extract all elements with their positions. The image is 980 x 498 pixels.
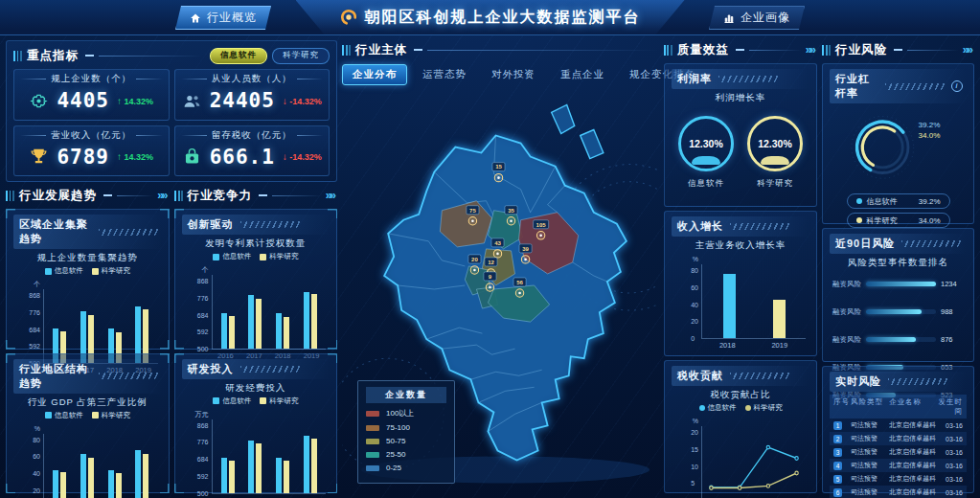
row-index-badge: 5 xyxy=(833,475,842,484)
data-point[interactable] xyxy=(766,485,769,488)
y-axis: %806040200 xyxy=(17,424,40,498)
chart-legend: 信息软件科学研究 xyxy=(13,266,162,276)
chart-title: 税收贡献占比 xyxy=(672,389,809,401)
leverage-value-sci: 34.0% xyxy=(918,131,940,140)
y-tick: 776 xyxy=(197,439,209,445)
y-axis: 个868776684592500 xyxy=(186,265,209,360)
risk-type-cell: 司法预警 xyxy=(851,420,889,430)
y-tick: 60 xyxy=(33,453,40,460)
section-title: 行业竞争力 xyxy=(188,188,253,204)
table-row: 6 司法预警 北京启信卓越科技有限公司 03-16 xyxy=(830,486,967,498)
more-arrows-icon[interactable]: »» xyxy=(157,189,169,202)
more-arrows-icon[interactable]: »» xyxy=(963,43,974,57)
nav-industry-overview[interactable]: 行业概览 xyxy=(175,6,271,30)
hatch-decoration xyxy=(885,83,945,90)
legend-dot xyxy=(856,198,862,204)
map-legend-item: 50-75 xyxy=(366,437,446,445)
section-title: 行业发展趋势 xyxy=(19,188,97,204)
bar-group xyxy=(221,419,235,493)
bar-chart: 个868776684592500 2016201720182019 xyxy=(182,265,330,360)
more-arrows-icon[interactable]: »» xyxy=(326,189,337,202)
bar xyxy=(80,454,86,498)
axis-unit: % xyxy=(693,255,698,264)
bar xyxy=(221,458,227,493)
bar xyxy=(311,294,317,349)
data-point[interactable] xyxy=(795,457,798,461)
home-icon xyxy=(190,12,201,24)
map-legend-items: 100以上75-10050-7525-500-25 xyxy=(366,408,446,472)
bar xyxy=(256,299,262,349)
company-cell: 北京启信卓越科技有限公司 xyxy=(889,447,936,457)
legend-item[interactable]: 信息软件 xyxy=(45,266,83,276)
row-index-badge: 4 xyxy=(833,462,842,470)
tab-0[interactable]: 企业分布 xyxy=(342,64,407,85)
kpi-change: ↓ -14.32% xyxy=(283,96,322,106)
orange-ring-logo-icon xyxy=(340,9,357,26)
kpi-card-title: 规上企业数（个） xyxy=(20,73,163,85)
bar xyxy=(88,458,94,498)
section-line xyxy=(907,50,959,51)
risk-type-cell: 司法预警 xyxy=(851,461,889,470)
hatch-decoration xyxy=(99,373,158,379)
axis-unit: 个 xyxy=(34,280,40,289)
filter-tag[interactable]: 信息软件 xyxy=(210,48,267,64)
map-fragment[interactable] xyxy=(552,104,575,133)
legend-item[interactable]: 科学研究 xyxy=(92,411,130,420)
plot-area xyxy=(212,275,327,350)
chart-title: 发明专利累计授权数量 xyxy=(182,238,330,250)
y-tick: 80 xyxy=(691,267,698,274)
company-cell: 北京启信卓越科技有限公司 xyxy=(889,474,936,484)
legend-item[interactable]: 信息软件 xyxy=(699,403,737,413)
coins-icon xyxy=(182,147,202,167)
bar xyxy=(221,313,227,349)
kpi-card-title: 营业收入（亿元） xyxy=(20,129,163,142)
data-point[interactable] xyxy=(710,487,713,490)
legend-swatch xyxy=(366,425,379,431)
legend-item[interactable]: 科学研究 xyxy=(92,266,130,276)
legend-item[interactable]: 科学研究 xyxy=(745,403,783,413)
y-tick: 40 xyxy=(691,302,698,308)
legend-swatch xyxy=(366,439,379,444)
panel-title: 利润率 xyxy=(672,69,809,89)
bar-group xyxy=(304,419,317,493)
tab-1[interactable]: 运营态势 xyxy=(413,65,476,84)
filter-tag[interactable]: 科学研究 xyxy=(272,48,330,64)
nav-enterprise-portrait[interactable]: 企业画像 xyxy=(709,6,805,30)
hbar-label: 融资风险 xyxy=(832,335,861,345)
more-arrows-icon[interactable]: »» xyxy=(806,43,817,57)
hatch-decoration xyxy=(730,223,789,230)
svg-text:56: 56 xyxy=(516,280,523,285)
data-point[interactable] xyxy=(766,445,769,449)
company-cell: 北京启信卓越科技有限公司 xyxy=(889,487,936,497)
tab-3[interactable]: 重点企业 xyxy=(551,65,614,84)
y-tick: 15 xyxy=(691,446,698,453)
info-icon[interactable]: i xyxy=(951,80,963,92)
data-point[interactable] xyxy=(795,471,798,475)
map-fragment[interactable] xyxy=(581,129,604,158)
gauge-value: 12.30% xyxy=(689,138,723,149)
y-tick: 5 xyxy=(691,480,698,487)
plot-area xyxy=(701,426,806,498)
panel-innovation: 创新驱动 发明专利累计授权数量信息软件科学研究 个868776684592500… xyxy=(174,209,338,350)
pill-label: 科学研究 xyxy=(867,215,898,226)
legend-item[interactable]: 信息软件 xyxy=(45,411,83,420)
tab-2[interactable]: 对外投资 xyxy=(482,65,545,84)
center-column: 行业主体 企业分布运营态势对外投资重点企业规企变化排名 xyxy=(342,40,659,493)
legend-item[interactable]: 信息软件 xyxy=(213,396,251,406)
bar xyxy=(108,470,114,498)
hbar-track xyxy=(866,337,936,342)
row-index-badge: 1 xyxy=(833,421,842,430)
y-tick: 592 xyxy=(197,473,209,480)
data-point[interactable] xyxy=(738,487,741,490)
section-header-trend: 行业发展趋势 »» xyxy=(6,186,170,205)
section-title: 质量效益 xyxy=(677,42,729,58)
time-cell: 03-16 xyxy=(936,449,963,456)
pill-value: 34.0% xyxy=(919,216,941,225)
legend-item[interactable]: 科学研究 xyxy=(260,252,298,261)
legend-item[interactable]: 科学研究 xyxy=(260,396,298,406)
table-header-cell: 序号 xyxy=(833,397,851,417)
kpi-card-title: 留存税收（亿元） xyxy=(181,129,324,142)
y-tick: 0 xyxy=(691,335,698,342)
legend-item[interactable]: 信息软件 xyxy=(213,252,251,261)
y-tick: 592 xyxy=(29,343,40,350)
